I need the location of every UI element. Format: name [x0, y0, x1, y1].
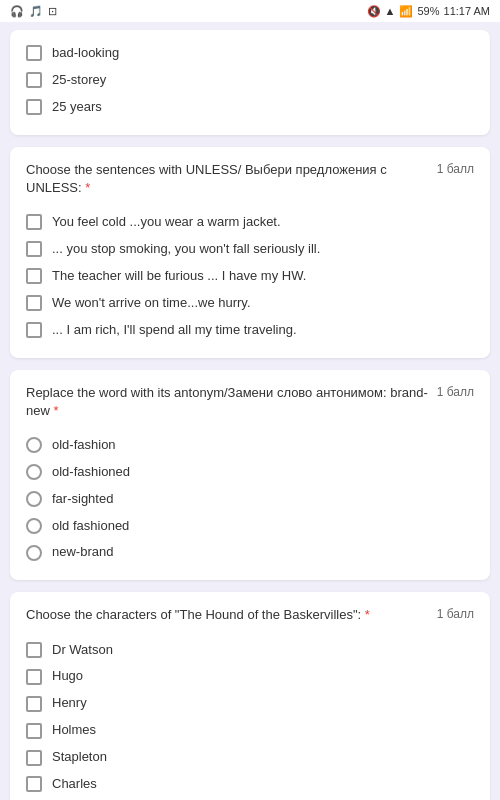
question-antonym-card: Replace the word with its antonym/Замени… — [10, 370, 490, 581]
cast-icon: ⊡ — [48, 5, 57, 18]
radio-ant5[interactable] — [26, 545, 42, 561]
checkbox-henry[interactable] — [26, 696, 42, 712]
status-left: 🎧 🎵 ⊡ — [10, 5, 57, 18]
list-item: bad-looking — [26, 40, 474, 67]
list-item: old-fashion — [26, 432, 474, 459]
list-item: old fashioned — [26, 513, 474, 540]
option-label-hugo: Hugo — [52, 668, 83, 685]
option-label-holmes: Holmes — [52, 722, 96, 739]
option-label-unless1: You feel cold ...you wear a warm jacket. — [52, 214, 281, 231]
checkbox-unless5[interactable] — [26, 322, 42, 338]
checkbox-unless4[interactable] — [26, 295, 42, 311]
option-label-ant5: new-brand — [52, 544, 113, 561]
option-label-unless2: ... you stop smoking, you won't fall ser… — [52, 241, 320, 258]
question-text-unless: Choose the sentences with UNLESS/ Выбери… — [26, 161, 429, 197]
radio-ant1[interactable] — [26, 437, 42, 453]
checkbox-charles[interactable] — [26, 776, 42, 792]
list-item: The teacher will be furious ... I have m… — [26, 263, 474, 290]
points-badge-antonym: 1 балл — [437, 385, 474, 399]
points-badge-unless: 1 балл — [437, 162, 474, 176]
checkbox-25-years[interactable] — [26, 99, 42, 115]
question-header: Choose the sentences with UNLESS/ Выбери… — [26, 161, 474, 197]
checkbox-stapleton[interactable] — [26, 750, 42, 766]
checkbox-25-storey[interactable] — [26, 72, 42, 88]
scroll-content: bad-looking 25-storey 25 years Choose th… — [0, 22, 500, 800]
option-label-ant2: old-fashioned — [52, 464, 130, 481]
checkbox-unless2[interactable] — [26, 241, 42, 257]
option-label-25-years: 25 years — [52, 99, 102, 116]
list-item: Charles — [26, 771, 474, 798]
option-label-ant3: far-sighted — [52, 491, 113, 508]
option-label-unless3: The teacher will be furious ... I have m… — [52, 268, 306, 285]
option-label-unless5: ... I am rich, I'll spend all my time tr… — [52, 322, 297, 339]
status-bar: 🎧 🎵 ⊡ 🔇 ▲ 📶 59% 11:17 AM — [0, 0, 500, 22]
option-label-unless4: We won't arrive on time...we hurry. — [52, 295, 251, 312]
time-display: 11:17 AM — [444, 5, 490, 17]
checkbox-hugo[interactable] — [26, 669, 42, 685]
status-right: 🔇 ▲ 📶 59% 11:17 AM — [367, 5, 490, 18]
list-item: old-fashioned — [26, 459, 474, 486]
list-item: Stapleton — [26, 744, 474, 771]
list-item: Dr Watson — [26, 637, 474, 664]
battery-text: 59% — [417, 5, 439, 17]
checkbox-unless1[interactable] — [26, 214, 42, 230]
checkbox-dr-watson[interactable] — [26, 642, 42, 658]
question-header-antonym: Replace the word with its antonym/Замени… — [26, 384, 474, 420]
question-unless-card: Choose the sentences with UNLESS/ Выбери… — [10, 147, 490, 358]
wifi-icon: ▲ — [385, 5, 396, 17]
list-item: ... I am rich, I'll spend all my time tr… — [26, 317, 474, 344]
list-item: 25-storey — [26, 67, 474, 94]
list-item: We won't arrive on time...we hurry. — [26, 290, 474, 317]
question-text-hound: Choose the characters of "The Hound of t… — [26, 606, 429, 624]
list-item: far-sighted — [26, 486, 474, 513]
option-label-ant4: old fashioned — [52, 518, 129, 535]
list-item: Henry — [26, 690, 474, 717]
music-icon: 🎵 — [29, 5, 43, 18]
option-label-ant1: old-fashion — [52, 437, 116, 454]
radio-ant2[interactable] — [26, 464, 42, 480]
option-label-bad-looking: bad-looking — [52, 45, 119, 62]
option-label-charles: Charles — [52, 776, 97, 793]
option-label-stapleton: Stapleton — [52, 749, 107, 766]
list-item: Holmes — [26, 717, 474, 744]
list-item: 25 years — [26, 94, 474, 121]
option-label-dr-watson: Dr Watson — [52, 642, 113, 659]
question-header-hound: Choose the characters of "The Hound of t… — [26, 606, 474, 624]
checkbox-bad-looking[interactable] — [26, 45, 42, 61]
list-item: Hugo — [26, 663, 474, 690]
option-label-25-storey: 25-storey — [52, 72, 106, 89]
question-text-antonym: Replace the word with its antonym/Замени… — [26, 384, 429, 420]
option-label-henry: Henry — [52, 695, 87, 712]
radio-ant3[interactable] — [26, 491, 42, 507]
list-item: new-brand — [26, 539, 474, 566]
points-badge-hound: 1 балл — [437, 607, 474, 621]
question-hound-card: Choose the characters of "The Hound of t… — [10, 592, 490, 800]
radio-ant4[interactable] — [26, 518, 42, 534]
signal-icon: 📶 — [399, 5, 413, 18]
headphones-icon: 🎧 — [10, 5, 24, 18]
partial-question-card: bad-looking 25-storey 25 years — [10, 30, 490, 135]
checkbox-unless3[interactable] — [26, 268, 42, 284]
list-item: ... you stop smoking, you won't fall ser… — [26, 236, 474, 263]
mute-icon: 🔇 — [367, 5, 381, 18]
list-item: You feel cold ...you wear a warm jacket. — [26, 209, 474, 236]
checkbox-holmes[interactable] — [26, 723, 42, 739]
